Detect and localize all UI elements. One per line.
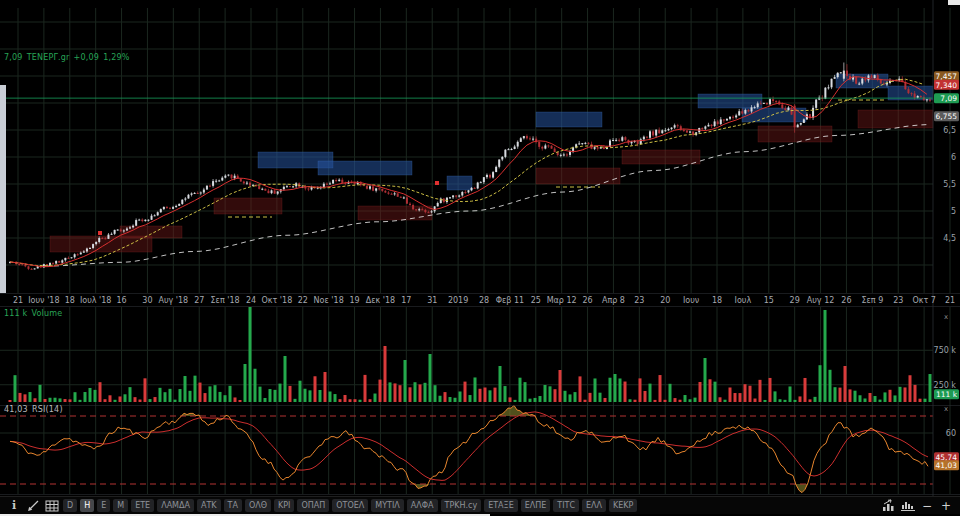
ticker-button-E[interactable]: E: [97, 499, 110, 512]
ticker-button-ΑΛΦΑ[interactable]: ΑΛΦΑ: [407, 499, 438, 512]
rsi-oversold-fill: [10, 484, 930, 493]
ticker-button-M[interactable]: M: [113, 499, 128, 512]
zoom-in-icon[interactable]: +: [938, 499, 954, 513]
bottom-toolbar: i DHEMΕΤΕΛΑΜΔΑΑΤΚΤΑΟΛΘΚΡΙΟΠΑΠΟΤΟΕΛΜΥΤΙΛΑ…: [0, 496, 960, 514]
ticker-button-ΤΑ[interactable]: ΤΑ: [224, 499, 242, 512]
ticker-button-ΑΤΚ[interactable]: ΑΤΚ: [197, 499, 221, 512]
supply-zone: [536, 112, 602, 127]
volume-histogram-icon[interactable]: [900, 499, 916, 513]
supply-zone: [698, 94, 762, 108]
info-icon[interactable]: i: [6, 499, 22, 513]
ticker-button-ΤΡΚΗ.cy[interactable]: ΤΡΚΗ.cy: [441, 499, 482, 512]
demand-zone: [214, 198, 282, 214]
ticker-button-ΤΙΤC[interactable]: ΤΙΤC: [553, 499, 579, 512]
demand-zone: [758, 126, 832, 142]
supply-zone: [447, 176, 472, 190]
price-axis[interactable]: [933, 0, 960, 496]
ticker-button-ΕΛΠΕ[interactable]: ΕΛΠΕ: [521, 499, 551, 512]
signal-marker: [98, 231, 102, 235]
watchlist-grid-icon[interactable]: [44, 499, 60, 513]
chart-canvas[interactable]: 7,56,565,554,5750 k250 k6021Ιουν '1818Ιο…: [0, 0, 960, 496]
ticker-button-ΕΤΕ[interactable]: ΕΤΕ: [131, 499, 154, 512]
signal-marker: [435, 181, 439, 185]
zoom-out-icon[interactable]: −: [919, 499, 935, 513]
demand-zone: [358, 206, 432, 220]
ticker-button-row: DHEMΕΤΕΛΑΜΔΑΑΤΚΤΑΟΛΘΚΡΙΟΠΑΠΟΤΟΕΛΜΥΤΙΛΑΛΦ…: [63, 499, 637, 512]
left-edge-strip: [0, 85, 6, 293]
draw-line-icon[interactable]: [25, 499, 41, 513]
trading-chart-app: 7,56,565,554,5750 k250 k6021Ιουν '1818Ιο…: [0, 0, 960, 516]
ticker-button-ΟΛΘ[interactable]: ΟΛΘ: [245, 499, 271, 512]
supply-demand-zones: [50, 74, 933, 252]
ticker-button-ΕΤΑΞΕ[interactable]: ΕΤΑΞΕ: [484, 499, 518, 512]
time-axis[interactable]: [0, 293, 933, 307]
rsi-overbought-fill: [10, 405, 930, 416]
rsi-pane: [0, 405, 933, 492]
supply-zone: [318, 161, 412, 175]
demand-zone: [50, 236, 152, 252]
ticker-button-ΟΤΟΕΛ[interactable]: ΟΤΟΕΛ: [332, 499, 368, 512]
ticker-button-ΚΡΙ[interactable]: ΚΡΙ: [274, 499, 294, 512]
ticker-button-ΚΕΚΡ[interactable]: ΚΕΚΡ: [609, 499, 637, 512]
ticker-button-ΟΠΑΠ[interactable]: ΟΠΑΠ: [297, 499, 329, 512]
ticker-button-ΛΑΜΔΑ[interactable]: ΛΑΜΔΑ: [157, 499, 194, 512]
ticker-button-ΜΥΤΙΛ[interactable]: ΜΥΤΙΛ: [371, 499, 404, 512]
ticker-button-ΕΛΛ[interactable]: ΕΛΛ: [582, 499, 606, 512]
ticker-button-H[interactable]: H: [80, 499, 94, 512]
demand-zone: [622, 150, 700, 164]
stats-chart-icon[interactable]: [881, 499, 897, 513]
ticker-button-D[interactable]: D: [63, 499, 77, 512]
